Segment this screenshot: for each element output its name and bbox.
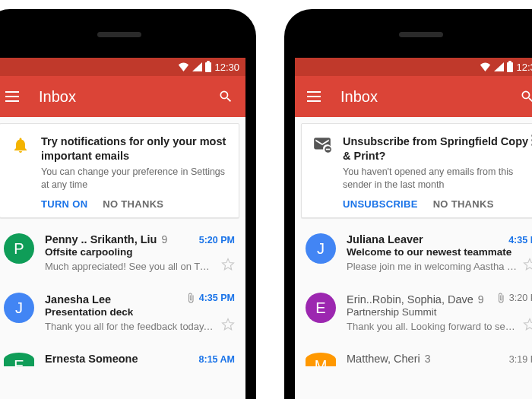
- email-list: P Penny .. Srikanth, Liu 9 5:20 PM Offsi…: [0, 224, 245, 366]
- speaker-slot: [399, 32, 443, 37]
- promo-title: Try notifications for only your most imp…: [41, 135, 231, 163]
- wifi-icon: [480, 62, 491, 71]
- star-icon[interactable]: [221, 318, 235, 334]
- email-preview: Please join me in welcoming Aastha …: [347, 261, 517, 272]
- svg-rect-1: [326, 149, 330, 150]
- star-icon[interactable]: [523, 318, 532, 334]
- search-icon[interactable]: [218, 89, 233, 104]
- email-preview: Thank you all. Looking forward to see…: [347, 321, 517, 332]
- avatar[interactable]: J: [4, 293, 34, 323]
- search-icon[interactable]: [520, 89, 532, 104]
- cell-signal-icon: [494, 62, 504, 71]
- no-thanks-button[interactable]: NO THANKS: [103, 198, 163, 210]
- email-preview: Much appreciated! See you all on Tue…: [45, 261, 215, 272]
- battery-icon: [507, 62, 513, 72]
- email-item[interactable]: J Janesha Lee 4:35 PM Presentation deck: [0, 283, 245, 344]
- email-item[interactable]: M Matthew, Cheri 3 3:19 P: [295, 344, 532, 366]
- screen-left: 12:30 Inbox Try notifications for only y…: [0, 58, 245, 399]
- email-time: 3:19 P: [509, 354, 532, 365]
- unsubscribe-button[interactable]: UNSUBSCRIBE: [343, 198, 418, 210]
- status-bar: 12:30: [0, 58, 245, 76]
- battery-icon: [205, 62, 211, 72]
- email-sender: Ernesta Someone: [45, 353, 138, 365]
- promo-subtitle: You can change your preference in Settin…: [41, 166, 231, 192]
- speaker-slot: [97, 32, 141, 37]
- avatar[interactable]: E: [306, 293, 336, 323]
- status-time: 12:30: [214, 62, 239, 73]
- attachment-icon: [185, 293, 196, 303]
- star-icon[interactable]: [523, 258, 532, 274]
- avatar[interactable]: M: [306, 353, 336, 366]
- bell-icon: [11, 135, 30, 210]
- app-bar-title: Inbox: [340, 88, 500, 106]
- star-icon[interactable]: [221, 258, 235, 274]
- app-bar: Inbox: [0, 76, 245, 117]
- promo-subtitle: You haven't opened any emails from this …: [343, 166, 532, 192]
- email-list: J Juliana Leaver 4:35 P Welcome to our n…: [295, 224, 532, 366]
- email-time: 8:15 AM: [199, 354, 235, 365]
- menu-icon[interactable]: [5, 91, 19, 102]
- wifi-icon: [178, 62, 189, 71]
- email-subject: Partnership Summit: [347, 306, 532, 318]
- email-thread-count: 3: [425, 353, 431, 365]
- avatar[interactable]: P: [4, 233, 34, 264]
- email-thread-count: 9: [478, 293, 484, 306]
- promo-card-unsubscribe: Unsubscribe from Springfield Copy & Prin…: [301, 123, 532, 218]
- email-item[interactable]: E Ernesta Someone 8:15 AM: [0, 344, 245, 366]
- turn-on-button[interactable]: TURN ON: [41, 198, 87, 210]
- email-time: 5:20 PM: [199, 235, 235, 245]
- phone-frame-right: 12:30 Inbox Unsubscribe from Springfield…: [284, 9, 532, 399]
- email-subject: Welcome to our newest teammate: [347, 246, 532, 258]
- avatar[interactable]: E: [4, 353, 34, 366]
- cell-signal-icon: [192, 62, 202, 71]
- app-bar-title: Inbox: [39, 88, 198, 106]
- email-item[interactable]: E Erin..Robin, Sophia, Dave 9 3:20 P Par…: [295, 283, 532, 344]
- no-thanks-button[interactable]: NO THANKS: [433, 198, 494, 210]
- email-item[interactable]: J Juliana Leaver 4:35 P Welcome to our n…: [295, 224, 532, 283]
- unsubscribe-icon: [312, 135, 332, 210]
- phone-frame-left: 12:30 Inbox Try notifications for only y…: [0, 9, 256, 399]
- app-bar: Inbox: [295, 76, 532, 117]
- email-preview: Thank you all for the feedback today. …: [45, 321, 215, 332]
- status-bar: 12:30: [295, 58, 532, 76]
- promo-title: Unsubscribe from Springfield Copy & Prin…: [343, 135, 532, 163]
- promo-card-notifications: Try notifications for only your most imp…: [0, 123, 239, 218]
- menu-icon[interactable]: [307, 91, 321, 102]
- email-time: 3:20 P: [509, 293, 532, 303]
- email-sender: Matthew, Cheri: [347, 353, 420, 365]
- screen-right: 12:30 Inbox Unsubscribe from Springfield…: [295, 58, 532, 399]
- email-sender: Janesha Lee: [45, 293, 111, 306]
- email-item[interactable]: P Penny .. Srikanth, Liu 9 5:20 PM Offsi…: [0, 224, 245, 283]
- avatar[interactable]: J: [306, 233, 336, 264]
- overflow-menu-icon[interactable]: [527, 135, 532, 146]
- email-thread-count: 9: [161, 233, 167, 245]
- attachment-icon: [496, 293, 506, 303]
- email-time: 4:35 P: [508, 235, 532, 245]
- email-sender: Penny .. Srikanth, Liu: [45, 233, 157, 245]
- email-subject: Presentation deck: [45, 306, 235, 318]
- email-time: 4:35 PM: [199, 293, 235, 303]
- email-sender: Juliana Leaver: [347, 233, 423, 245]
- status-time: 12:30: [516, 62, 532, 73]
- email-subject: Offsite carpooling: [45, 246, 235, 258]
- email-sender: Erin..Robin, Sophia, Dave: [347, 293, 473, 306]
